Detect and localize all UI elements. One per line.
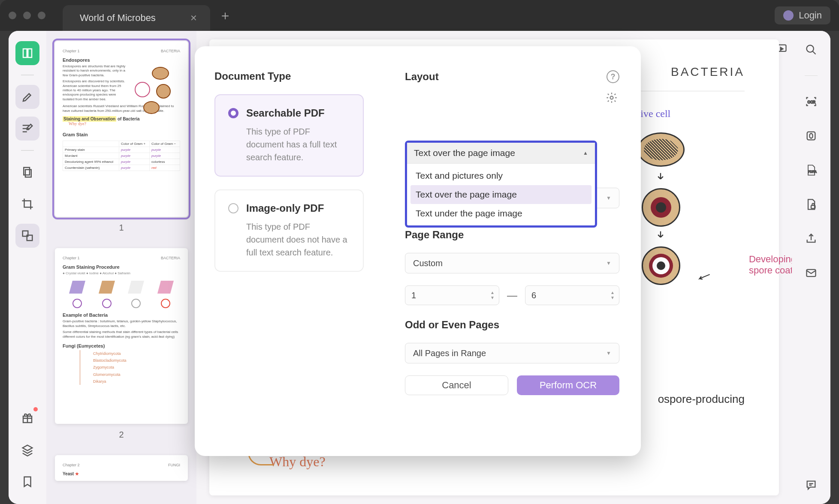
close-window-button[interactable] <box>9 12 16 19</box>
layout-heading: Layout <box>405 71 439 83</box>
pdfa-icon[interactable]: PDF/A <box>803 162 820 179</box>
ocr-dialog: Document Type Searchable PDF This type o… <box>195 46 641 456</box>
login-label: Login <box>799 10 822 21</box>
bookmark-button[interactable] <box>15 470 39 494</box>
gram-stain-table: Color of Gram +Color of Gram − Primary s… <box>63 141 180 171</box>
triangle-up-icon: ▲ <box>583 150 588 156</box>
searchable-pdf-option[interactable]: Searchable PDF This type of PDF document… <box>214 94 364 177</box>
caret-down-icon: ▼ <box>606 195 611 201</box>
notification-badge-icon <box>33 407 38 411</box>
window-titlebar: World of Microbes ✕ ＋ Login <box>0 0 839 31</box>
highlighter-tool[interactable] <box>15 85 39 109</box>
svg-rect-1 <box>25 170 31 177</box>
document-type-heading: Document Type <box>214 70 364 82</box>
page-thumbnail-2[interactable]: Chapter 1BACTERIA Gram Staining Procedur… <box>55 248 188 440</box>
layers-button[interactable] <box>15 438 39 462</box>
share-icon[interactable] <box>803 230 820 247</box>
traffic-lights <box>9 12 45 19</box>
odd-even-heading: Odd or Even Pages <box>405 319 619 331</box>
why-dye-annotation: Why dye? <box>269 454 745 470</box>
gift-button[interactable] <box>15 406 39 430</box>
login-button[interactable]: Login <box>775 6 830 24</box>
svg-rect-0 <box>24 168 30 175</box>
page-thumbnail-3[interactable]: Chapter 2FUNGI Yeast ★ <box>55 455 188 481</box>
svg-point-12 <box>610 96 613 99</box>
layout-option-text-under[interactable]: Text under the page image <box>410 204 592 223</box>
svg-point-6 <box>807 45 814 52</box>
range-to-input[interactable]: 6 ▲▼ <box>525 285 619 305</box>
range-from-input[interactable]: 1 ▲▼ <box>405 285 499 305</box>
maximize-window-button[interactable] <box>38 12 45 19</box>
radio-selected-icon <box>228 108 238 118</box>
page-range-heading: Page Range <box>405 229 619 241</box>
compare-tool[interactable] <box>15 224 39 248</box>
thumb-page-number: 2 <box>55 430 188 440</box>
search-icon[interactable] <box>803 41 820 58</box>
tab-title: World of Microbes <box>80 12 156 24</box>
page-range-select[interactable]: Custom ▼ <box>405 253 619 273</box>
cancel-button[interactable]: Cancel <box>405 375 508 395</box>
mail-icon[interactable] <box>803 264 820 282</box>
vegetative-cell-illustration: ative cell Developingspore coat <box>633 108 753 285</box>
right-toolbar: OCR PDF/A <box>792 31 830 504</box>
new-tab-button[interactable]: ＋ <box>219 7 232 24</box>
book-view-button[interactable] <box>15 41 39 65</box>
help-icon[interactable]: ? <box>607 70 619 83</box>
perform-ocr-button[interactable]: Perform OCR <box>517 375 619 395</box>
stepper-arrows-icon[interactable]: ▲▼ <box>490 291 495 300</box>
divider <box>21 150 34 151</box>
ocr-icon[interactable]: OCR <box>803 93 820 110</box>
endospore-diagram-icon <box>130 63 182 114</box>
thumbnails-panel: Chapter 1BACTERIA Endospores Endospores … <box>46 31 196 504</box>
pages-tool[interactable] <box>15 160 39 184</box>
stepper-arrows-icon[interactable]: ▲▼ <box>610 291 615 300</box>
svg-text:OCR: OCR <box>808 100 815 104</box>
convert-icon[interactable] <box>803 127 820 144</box>
layout-select[interactable]: Text over the page image ▲ <box>407 143 595 164</box>
text-edit-tool[interactable] <box>15 117 39 141</box>
layout-dropdown: Text over the page image ▲ Text and pict… <box>405 141 597 228</box>
page-thumbnail-1[interactable]: Chapter 1BACTERIA Endospores Endospores … <box>55 41 188 233</box>
developing-spore-label: Developingspore coat <box>749 254 792 276</box>
image-only-pdf-option[interactable]: Image-only PDF This type of PDF document… <box>214 189 364 272</box>
range-dash: — <box>507 289 517 301</box>
odd-even-select[interactable]: All Pages in Range ▼ <box>405 343 619 363</box>
avatar-icon <box>783 10 794 21</box>
thumb-page-number: 1 <box>55 223 188 233</box>
gear-icon[interactable] <box>606 92 619 105</box>
close-tab-icon[interactable]: ✕ <box>190 13 197 23</box>
layout-option-text-over[interactable]: Text over the page image <box>410 185 592 204</box>
minimize-window-button[interactable] <box>23 12 31 19</box>
caret-down-icon: ▼ <box>606 350 611 356</box>
document-tab[interactable]: World of Microbes ✕ <box>63 5 210 31</box>
crop-tool[interactable] <box>15 192 39 216</box>
comment-icon[interactable] <box>803 477 820 494</box>
secure-icon[interactable] <box>803 196 820 213</box>
svg-text:PDF/A: PDF/A <box>809 170 817 173</box>
page-section-label: BACTERIA <box>671 65 745 79</box>
divider <box>21 75 34 75</box>
radio-unselected-icon <box>228 203 238 213</box>
left-toolbar <box>9 31 46 504</box>
layout-option-text-pictures[interactable]: Text and pictures only <box>410 166 592 185</box>
caret-down-icon: ▼ <box>606 260 611 266</box>
